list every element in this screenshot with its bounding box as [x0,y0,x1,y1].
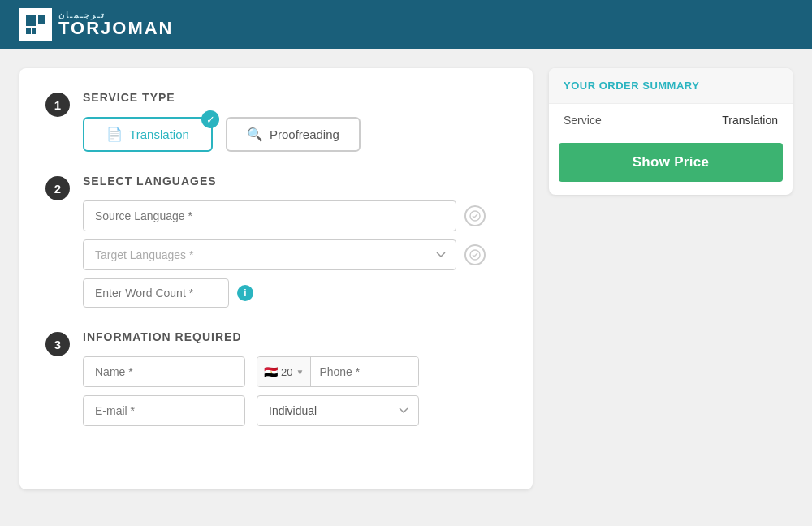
name-input[interactable] [83,356,245,387]
svg-rect-2 [26,28,31,34]
step2-body: SELECT LANGUAGES Target Languages * [83,175,507,308]
step2-title: SELECT LANGUAGES [83,175,507,188]
step1-section: 1 SERVICE TYPE 📄 Translation ✓ 🔍 Proofre… [45,91,507,152]
step3-section: 3 INFORMATION REQUIRED 🇪🇬 20 ▼ [45,330,507,434]
proofreading-label: Proofreading [270,127,339,141]
step3-title: INFORMATION REQUIRED [83,330,507,343]
proofreading-icon: 🔍 [247,127,263,142]
word-count-input[interactable] [83,278,229,308]
svg-rect-1 [26,15,36,26]
proofreading-button[interactable]: 🔍 Proofreading [226,117,361,152]
step3-body: INFORMATION REQUIRED 🇪🇬 20 ▼ [83,330,507,434]
main-content: 1 SERVICE TYPE 📄 Translation ✓ 🔍 Proofre… [0,49,812,509]
app-header: تـرجـمـان TORJOMAN [0,0,812,49]
logo: تـرجـمـان TORJOMAN [19,8,174,41]
phone-input[interactable] [311,357,418,386]
translation-check: ✓ [201,110,219,128]
sidebar-card: YOUR ORDER SUMMARY Service Translation S… [549,68,793,195]
source-check-icon [464,205,486,226]
step2-circle: 2 [45,176,70,200]
step1-title: SERVICE TYPE [83,91,507,104]
logo-text: تـرجـمـان TORJOMAN [58,11,174,37]
order-summary-title: YOUR ORDER SUMMARY [564,80,778,92]
step1-circle: 1 [45,93,70,117]
order-summary-row: Service Translation [549,104,793,136]
step2-section: 2 SELECT LANGUAGES Target Languages * [45,175,507,308]
info-row-2: Individual Company [83,395,507,426]
individual-select[interactable]: Individual Company [257,395,419,426]
source-language-input[interactable] [83,200,456,231]
logo-icon [19,8,52,41]
word-count-row: i [83,278,507,308]
service-options: 📄 Translation ✓ 🔍 Proofreading [83,117,507,152]
translation-button[interactable]: 📄 Translation ✓ [83,117,213,152]
form-card: 1 SERVICE TYPE 📄 Translation ✓ 🔍 Proofre… [19,68,533,489]
country-code: 20 [281,366,292,378]
flag-icon: 🇪🇬 [264,365,278,378]
phone-row: 🇪🇬 20 ▼ [257,356,419,387]
target-language-select[interactable]: Target Languages * [83,239,456,270]
info-row-1: 🇪🇬 20 ▼ [83,356,507,387]
translation-label: Translation [129,127,189,141]
email-input[interactable] [83,395,245,426]
service-value: Translation [722,114,778,127]
order-summary-header: YOUR ORDER SUMMARY [549,68,793,104]
dropdown-arrow: ▼ [296,368,304,377]
service-label: Service [564,114,602,127]
source-language-row [83,200,507,231]
svg-rect-3 [32,28,36,34]
translation-icon: 📄 [106,127,123,142]
step3-circle: 3 [45,332,70,356]
target-check-icon [464,244,486,265]
target-language-row: Target Languages * [83,239,507,270]
svg-marker-4 [38,15,45,24]
info-icon[interactable]: i [237,285,253,301]
show-price-button[interactable]: Show Price [559,143,783,182]
logo-english: TORJOMAN [58,19,174,37]
step1-body: SERVICE TYPE 📄 Translation ✓ 🔍 Proofread… [83,91,507,152]
phone-country-selector[interactable]: 🇪🇬 20 ▼ [257,357,311,386]
language-section: Target Languages * i [83,200,507,308]
